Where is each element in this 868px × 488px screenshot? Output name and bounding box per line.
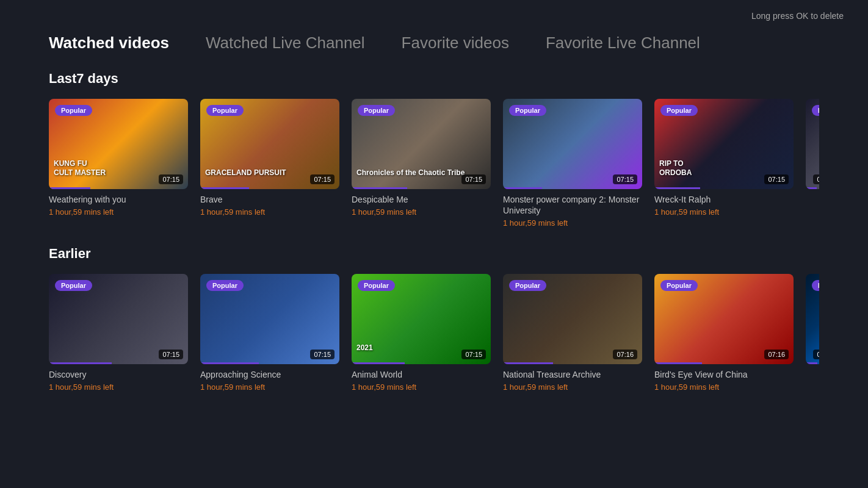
popular-badge-card-3: Popular [358,105,395,116]
card-title-card-5: Wreck-It Ralph [654,194,794,205]
card-title-card-10: National Treasure Archive [503,369,642,380]
progress-bar-card-10 [503,362,553,364]
card-thumbnail-card-3: PopularChronicles of the Chaotic Tribe07… [352,99,491,189]
card-card-6[interactable]: Popular07:15 [806,99,819,228]
card-thumbnail-card-9: Popular202107:15 [352,274,491,364]
card-subtitle-card-11: 1 hour,59 mins left [654,382,794,392]
card-thumbnail-card-12: Popular07:15 [806,274,819,364]
card-card-11[interactable]: Popular07:16Bird's Eye View of China1 ho… [654,274,794,392]
card-card-3[interactable]: PopularChronicles of the Chaotic Tribe07… [352,99,491,228]
card-title-card-3: Despicable Me [352,194,491,205]
card-title-card-4: Monster power company 2: Monster Univers… [503,194,642,216]
card-title-card-1: Weathering with you [49,194,188,205]
popular-badge-card-7: Popular [55,280,92,291]
thumb-text-card-9: 2021 [356,343,373,352]
tab-watched-videos[interactable]: Watched videos [49,34,169,52]
card-title-card-2: Brave [200,194,339,205]
thumb-text-card-5: RIP TO ORDOBA [659,159,692,177]
tabs-bar: Watched videos Watched Live Channel Favo… [0,0,868,52]
card-title-card-8: Approaching Science [200,369,339,380]
progress-bar-card-7 [49,362,112,364]
popular-badge-card-4: Popular [509,105,546,116]
card-card-4[interactable]: Popular07:15Monster power company 2: Mon… [503,99,642,228]
card-subtitle-card-10: 1 hour,59 mins left [503,382,642,392]
progress-bar-card-9 [352,362,405,364]
card-subtitle-card-5: 1 hour,59 mins left [654,207,794,217]
card-card-5[interactable]: PopularRIP TO ORDOBA07:15Wreck-It Ralph1… [654,99,794,228]
popular-badge-card-8: Popular [206,280,244,291]
popular-badge-card-9: Popular [358,280,395,291]
card-subtitle-card-8: 1 hour,59 mins left [200,382,339,392]
tab-watched-live[interactable]: Watched Live Channel [206,34,365,52]
card-card-9[interactable]: Popular202107:15Animal World1 hour,59 mi… [352,274,491,392]
progress-bar-card-3 [352,187,407,189]
thumb-text-card-3: Chronicles of the Chaotic Tribe [356,168,465,177]
card-card-8[interactable]: Popular07:15Approaching Science1 hour,59… [200,274,339,392]
duration-badge-card-5: 07:15 [764,174,789,184]
popular-badge-card-2: Popular [206,105,244,116]
card-thumbnail-card-4: Popular07:15 [503,99,642,189]
progress-bar-card-12 [806,362,817,364]
card-subtitle-card-7: 1 hour,59 mins left [49,382,188,392]
progress-bar-card-1 [49,187,90,189]
card-thumbnail-card-11: Popular07:16 [654,274,794,364]
progress-bar-card-11 [654,362,702,364]
duration-badge-card-2: 07:15 [310,174,335,184]
card-card-10[interactable]: Popular07:16National Treasure Archive1 h… [503,274,642,392]
progress-bar-card-2 [200,187,249,189]
duration-badge-card-1: 07:15 [159,174,183,184]
duration-badge-card-6: 07:15 [813,174,819,184]
progress-bar-card-5 [654,187,700,189]
section-title-last7days: Last7 days [49,71,819,87]
card-thumbnail-card-8: Popular07:15 [200,274,339,364]
duration-badge-card-3: 07:15 [461,174,486,184]
card-title-card-7: Discovery [49,369,188,380]
popular-badge-card-6: Popular [812,105,819,116]
card-subtitle-card-4: 1 hour,59 mins left [503,218,642,228]
thumb-text-card-2: GRACELAND PURSUIT [205,168,286,177]
duration-badge-card-10: 07:16 [613,350,637,359]
cards-row-last7days: PopularKUNG FU CULT MASTER07:15Weatherin… [49,99,819,228]
popular-badge-card-10: Popular [509,280,546,291]
card-subtitle-card-3: 1 hour,59 mins left [352,207,491,217]
card-subtitle-card-2: 1 hour,59 mins left [200,207,339,217]
duration-badge-card-11: 07:16 [764,350,789,359]
popular-badge-card-5: Popular [660,105,698,116]
card-card-12[interactable]: Popular07:15 [806,274,819,392]
progress-bar-card-6 [806,187,817,189]
card-thumbnail-card-5: PopularRIP TO ORDOBA07:15 [654,99,794,189]
card-title-card-11: Bird's Eye View of China [654,369,794,380]
card-thumbnail-card-6: Popular07:15 [806,99,819,189]
card-thumbnail-card-10: Popular07:16 [503,274,642,364]
progress-bar-card-8 [200,362,259,364]
cards-row-earlier: Popular07:15Discovery1 hour,59 mins left… [49,274,819,392]
section-last7days: Last7 daysPopularKUNG FU CULT MASTER07:1… [0,71,868,228]
thumb-text-card-1: KUNG FU CULT MASTER [54,159,106,177]
card-thumbnail-card-1: PopularKUNG FU CULT MASTER07:15 [49,99,188,189]
card-card-7[interactable]: Popular07:15Discovery1 hour,59 mins left [49,274,188,392]
duration-badge-card-4: 07:15 [613,174,637,184]
progress-bar-card-4 [503,187,542,189]
duration-badge-card-8: 07:15 [310,350,335,359]
card-thumbnail-card-7: Popular07:15 [49,274,188,364]
card-card-1[interactable]: PopularKUNG FU CULT MASTER07:15Weatherin… [49,99,188,228]
card-subtitle-card-9: 1 hour,59 mins left [352,382,491,392]
card-title-card-9: Animal World [352,369,491,380]
section-earlier: EarlierPopular07:15Discovery1 hour,59 mi… [0,246,868,392]
hint-text: Long press OK to delete [751,11,844,21]
duration-badge-card-12: 07:15 [813,350,819,359]
duration-badge-card-7: 07:15 [159,350,183,359]
section-title-earlier: Earlier [49,246,819,262]
card-subtitle-card-1: 1 hour,59 mins left [49,207,188,217]
popular-badge-card-11: Popular [660,280,698,291]
card-thumbnail-card-2: PopularGRACELAND PURSUIT07:15 [200,99,339,189]
card-card-2[interactable]: PopularGRACELAND PURSUIT07:15Brave1 hour… [200,99,339,228]
popular-badge-card-12: Popular [812,280,819,291]
duration-badge-card-9: 07:15 [461,350,486,359]
tab-favorite-videos[interactable]: Favorite videos [402,34,509,52]
popular-badge-card-1: Popular [55,105,92,116]
tab-favorite-live[interactable]: Favorite Live Channel [546,34,700,52]
